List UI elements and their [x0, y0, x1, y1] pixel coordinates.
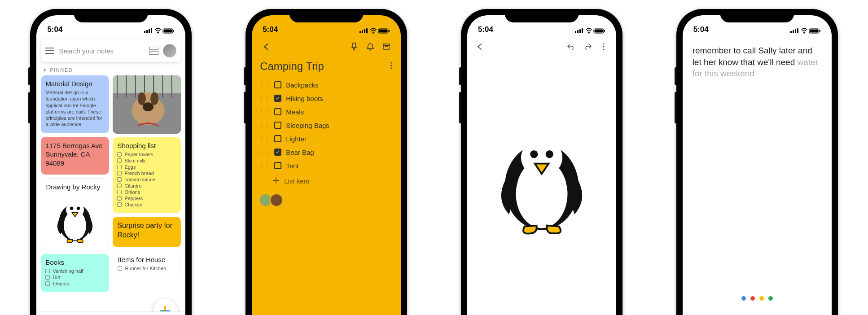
note-photo-dog[interactable] [113, 75, 181, 134]
checkbox[interactable] [274, 108, 281, 115]
checkbox-icon[interactable] [117, 152, 122, 157]
checkbox-icon[interactable] [117, 202, 122, 207]
redo-icon[interactable] [579, 43, 596, 50]
assistant-indicator [683, 296, 832, 301]
checkbox-icon[interactable] [117, 184, 122, 188]
checkbox-icon[interactable] [45, 275, 50, 280]
checklist-label: Tent [286, 162, 298, 170]
more-icon[interactable] [596, 43, 612, 51]
transcript-confirmed: remember to call Sally later and let her… [693, 46, 812, 67]
pen-tool[interactable] [530, 313, 553, 315]
back-icon[interactable] [258, 43, 274, 50]
assistant-dot [750, 296, 755, 301]
drag-handle-icon[interactable]: ⋮⋮ [258, 135, 270, 142]
marker-tool[interactable] [560, 313, 583, 315]
list-item[interactable]: Runner for Kitchen [118, 265, 176, 271]
pin-icon [43, 68, 47, 72]
checkbox-icon[interactable] [117, 165, 122, 169]
checkbox[interactable] [274, 162, 281, 169]
checkbox-icon[interactable] [118, 266, 122, 271]
profile-avatar[interactable] [163, 44, 176, 57]
checkbox-icon[interactable] [45, 269, 50, 273]
checklist-item[interactable]: ⋮⋮✓Bear Bag [258, 145, 395, 159]
list-item[interactable]: Onions [117, 189, 176, 195]
checklist-label: Hiking boots [286, 95, 323, 102]
checklist-label: Sleeping Bags [286, 122, 329, 129]
collaborator-avatar[interactable] [270, 193, 283, 207]
list-item[interactable]: Eggs [117, 164, 176, 170]
checkbox-icon[interactable] [117, 196, 122, 201]
list-item[interactable]: Chicken [117, 201, 176, 208]
select-tool[interactable] [470, 313, 494, 315]
undo-icon[interactable] [563, 43, 579, 50]
drag-handle-icon[interactable]: ⋮⋮ [258, 81, 270, 88]
checklist-item[interactable]: ⋮⋮Lighter [258, 132, 395, 145]
checklist-item[interactable]: ⋮⋮Tent [258, 159, 395, 172]
highlighter-tool[interactable] [590, 313, 613, 315]
svg-point-28 [143, 102, 153, 111]
drag-handle-icon[interactable]: ⋮⋮ [258, 149, 270, 156]
note-shopping[interactable]: Shopping list Paper towelsSkim milkEggsF… [113, 137, 181, 213]
note-house[interactable]: Items for House Runner for Kitchen [113, 251, 181, 277]
checkbox[interactable]: ✓ [274, 149, 281, 156]
svg-point-44 [603, 48, 604, 50]
svg-rect-16 [113, 75, 181, 93]
drag-handle-icon[interactable]: ⋮⋮ [258, 162, 270, 169]
drag-handle-icon[interactable]: ⋮⋮ [258, 108, 270, 115]
list-item[interactable]: Tomato sauce [117, 176, 176, 183]
eraser-tool[interactable] [500, 313, 523, 315]
checkbox-icon[interactable] [117, 171, 122, 175]
add-list-item[interactable]: List item [252, 174, 401, 188]
archive-icon[interactable] [378, 43, 395, 51]
note-title[interactable]: Camping Trip [260, 60, 390, 73]
reminder-icon[interactable] [362, 43, 378, 51]
checkbox-icon[interactable] [117, 177, 122, 182]
checkbox[interactable]: ✓ [274, 95, 281, 102]
phone-notes-grid: 5:04 Search your notes PINNED [30, 9, 192, 315]
checkbox[interactable] [274, 81, 281, 88]
checklist-item[interactable]: ⋮⋮Backpacks [258, 78, 395, 92]
checkbox-icon[interactable] [117, 158, 122, 163]
checkbox[interactable] [274, 122, 281, 129]
drawing-tools [467, 308, 616, 315]
phone-drawing: 5:04 [461, 9, 623, 315]
drawing-toolbar [467, 37, 616, 57]
note-drawing[interactable]: Drawing by Rocky [41, 178, 109, 250]
drag-handle-icon[interactable]: ⋮⋮ [258, 122, 270, 129]
view-toggle-icon[interactable] [149, 47, 158, 55]
svg-point-36 [390, 65, 392, 66]
collaborators[interactable] [252, 188, 401, 212]
status-time: 5:04 [693, 25, 709, 34]
note-material-design[interactable]: Material Design Material design is a fou… [41, 75, 109, 133]
more-icon[interactable] [390, 61, 393, 71]
pin-icon[interactable] [346, 43, 362, 51]
checkbox[interactable] [274, 135, 281, 142]
note-books[interactable]: Books Vanishing halfDirtElegies [41, 254, 109, 292]
svg-point-37 [390, 67, 392, 69]
list-item[interactable]: Skim milk [117, 158, 176, 164]
svg-point-27 [150, 92, 158, 105]
search-input[interactable]: Search your notes [59, 47, 145, 55]
list-item[interactable]: Vanishing half [45, 268, 105, 274]
checklist-item[interactable]: ⋮⋮Sleeping Bags [258, 118, 395, 132]
menu-icon[interactable] [45, 48, 54, 54]
phone-voice-note: 5:04 remember to call Sally later and le… [676, 9, 838, 315]
checklist-item[interactable]: ⋮⋮Meals [258, 105, 395, 118]
checkbox-icon[interactable] [45, 281, 50, 286]
note-surprise[interactable]: Surprise party for Rocky! [113, 217, 181, 247]
drag-handle-icon[interactable]: ⋮⋮ [258, 95, 270, 102]
list-item[interactable]: Peppers [117, 195, 176, 201]
list-item[interactable]: Paper towels [117, 151, 176, 158]
drawing-canvas[interactable] [467, 57, 616, 305]
list-item[interactable]: Elegies [45, 280, 105, 287]
list-item[interactable]: Dirt [45, 274, 105, 280]
checkbox-icon[interactable] [117, 190, 122, 194]
bottom-toolbar [36, 311, 185, 315]
note-address[interactable]: 1175 Borregas Ave Sunnyvale, CA 94089 [41, 137, 109, 175]
status-icons [144, 28, 175, 34]
list-item[interactable]: Cilantro [117, 183, 176, 189]
checklist-item[interactable]: ⋮⋮✓Hiking boots [258, 92, 395, 105]
back-icon[interactable] [472, 43, 488, 50]
list-item[interactable]: French bread [117, 170, 176, 176]
search-bar[interactable]: Search your notes [41, 39, 181, 62]
